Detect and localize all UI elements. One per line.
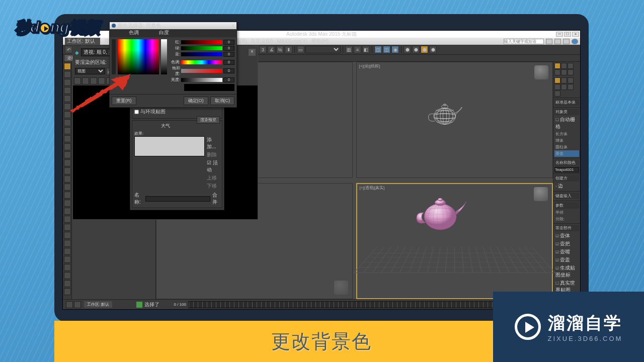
env-checkbox[interactable] xyxy=(134,110,139,114)
ok-button[interactable]: 确定(O) xyxy=(184,97,208,105)
ltool-icon[interactable] xyxy=(64,248,71,255)
viewcube[interactable] xyxy=(534,187,548,201)
motion-tab-icon[interactable] xyxy=(554,69,560,75)
section-header[interactable]: 键盘输入 xyxy=(554,193,579,199)
merge-button[interactable]: 合并 xyxy=(212,192,220,206)
ltool-icon[interactable] xyxy=(64,63,71,70)
ltool-icon[interactable] xyxy=(64,175,71,183)
primitive-cylinder[interactable]: 圆柱体 xyxy=(554,144,579,150)
mirror-button[interactable]: ▥ xyxy=(345,46,353,53)
curve-editor-button[interactable]: ◫ xyxy=(374,46,382,53)
effect-name-input[interactable] xyxy=(145,196,210,202)
shapes-icon[interactable] xyxy=(561,77,567,83)
ltool-icon[interactable] xyxy=(64,159,71,166)
viewport-front[interactable]: [+][前][线框] xyxy=(356,62,553,178)
help-icon[interactable] xyxy=(546,39,552,44)
render-region-select[interactable]: 视图 xyxy=(75,68,105,74)
ltool-icon[interactable] xyxy=(64,192,71,199)
ltool-icon[interactable] xyxy=(64,264,71,271)
delete-button[interactable]: 删除 xyxy=(207,151,220,158)
primitive-sphere[interactable]: 球体 xyxy=(554,137,579,144)
utilities-tab-icon[interactable] xyxy=(568,69,574,75)
ltool-icon[interactable] xyxy=(64,200,71,207)
ltool-icon[interactable] xyxy=(64,208,71,215)
viewport-perspective[interactable]: [+][透视][真实] xyxy=(356,183,553,299)
spinner-snap-button[interactable]: ⬍ xyxy=(285,46,292,53)
b-slider[interactable] xyxy=(181,52,222,56)
g-value[interactable]: 0 xyxy=(223,46,234,51)
render-button[interactable]: ⬢ xyxy=(421,46,428,53)
close-button[interactable]: × xyxy=(572,32,579,37)
viewport-label[interactable]: [+][透视][真实] xyxy=(359,185,384,191)
ltool-icon[interactable] xyxy=(64,167,71,174)
body-checkbox[interactable]: ☑ 壶体 xyxy=(554,232,579,240)
render-preview-button[interactable]: 渲染预览 xyxy=(197,116,220,124)
help-icon-4[interactable] xyxy=(572,39,578,44)
material-editor-button[interactable]: ◉ xyxy=(391,46,399,53)
geometry-icon[interactable] xyxy=(554,77,560,83)
ltool-icon[interactable] xyxy=(64,232,71,239)
menu-help[interactable]: 帮助(H) xyxy=(311,38,329,45)
active-checkbox-2[interactable]: ☑ 活动 xyxy=(207,159,220,173)
status-icon[interactable] xyxy=(74,301,81,308)
maximize-button[interactable]: □ xyxy=(564,32,571,37)
teapot-model[interactable] xyxy=(408,192,473,237)
up-button[interactable]: 上移 xyxy=(207,174,220,182)
effects-listbox[interactable] xyxy=(134,136,205,156)
undo-button[interactable]: ↶ xyxy=(65,46,72,53)
render-tb-icon[interactable] xyxy=(74,77,81,84)
display-tab-icon[interactable] xyxy=(561,69,567,75)
r-slider[interactable] xyxy=(181,40,222,44)
ltool-icon[interactable] xyxy=(64,256,71,263)
search-input[interactable] xyxy=(504,39,544,44)
systems-icon[interactable] xyxy=(554,90,560,97)
spacewarps-icon[interactable] xyxy=(568,84,574,90)
h-value[interactable]: 0 xyxy=(223,60,234,65)
down-button[interactable]: 下移 xyxy=(207,183,220,190)
handle-checkbox[interactable]: ☑ 壶把 xyxy=(554,240,579,248)
s-slider[interactable] xyxy=(181,69,222,73)
modify-tab-icon[interactable] xyxy=(561,63,567,69)
viewcube[interactable] xyxy=(534,65,548,79)
ltool-icon[interactable] xyxy=(64,71,71,78)
workspace-label[interactable]: 工作区: 默认 xyxy=(84,301,112,308)
spout-checkbox[interactable]: ☑ 壶嘴 xyxy=(554,248,579,256)
viewcube[interactable] xyxy=(334,281,348,295)
render-tb-icon[interactable] xyxy=(82,77,89,84)
layers-button[interactable]: ◧ xyxy=(362,46,370,53)
b-value[interactable]: 0 xyxy=(223,52,234,57)
snap-button[interactable]: 3 xyxy=(259,46,267,53)
value-strip[interactable] xyxy=(161,39,167,74)
category-dropdown[interactable]: 标准基本体 xyxy=(554,99,579,106)
primitive-box[interactable]: 长方体 xyxy=(554,131,579,137)
ltool-icon[interactable] xyxy=(64,216,71,223)
blackness-slider[interactable] xyxy=(112,39,116,74)
named-selection-button[interactable]: ▭ xyxy=(297,46,304,53)
color-picker-close-button[interactable]: × xyxy=(231,23,234,29)
help-icon-2[interactable] xyxy=(554,39,561,44)
render-setup-button[interactable]: ⬢ xyxy=(404,46,411,53)
v-value[interactable]: 0 xyxy=(223,77,234,82)
schematic-button[interactable]: ◫ xyxy=(383,46,390,53)
minimize-button[interactable]: ─ xyxy=(556,32,563,37)
v-slider[interactable] xyxy=(181,78,222,82)
cancel-button[interactable]: 取消(C) xyxy=(210,97,235,105)
primitive-teapot[interactable]: 茶壶 xyxy=(554,150,579,157)
align-button[interactable]: ≡ xyxy=(354,46,361,53)
help-icon-3[interactable] xyxy=(563,39,570,44)
ltool-icon[interactable] xyxy=(64,272,71,279)
menu-maxscript[interactable]: MAXScript(X) xyxy=(277,39,307,44)
ltool-icon[interactable] xyxy=(64,135,71,142)
ltool-icon[interactable] xyxy=(64,79,71,86)
ltool-icon[interactable] xyxy=(64,143,71,150)
workspace-dropdown[interactable]: 工作区: 默认 xyxy=(65,38,100,45)
angle-snap-button[interactable]: ∡ xyxy=(268,46,275,53)
ltool-icon[interactable] xyxy=(64,127,71,134)
reset-button[interactable]: 重置(R) xyxy=(112,97,136,105)
percent-snap-button[interactable]: % xyxy=(276,46,284,53)
ltool-icon[interactable] xyxy=(64,103,71,110)
ltool-icon[interactable] xyxy=(64,224,71,231)
ltool-icon[interactable] xyxy=(64,95,71,102)
object-name-input[interactable] xyxy=(554,167,579,172)
named-set-select[interactable] xyxy=(305,46,341,53)
